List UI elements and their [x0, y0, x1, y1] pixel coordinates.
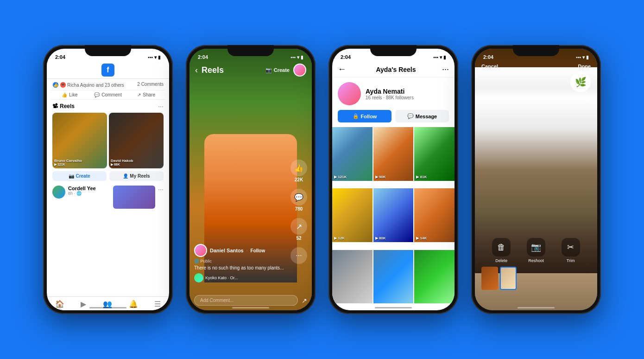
reel-grid-6[interactable]: ▶ 14K — [414, 188, 455, 242]
reel-grid-7[interactable] — [332, 250, 373, 304]
reels-more-button[interactable]: ··· — [158, 103, 164, 110]
nav-notifications[interactable]: 🔔 — [129, 300, 138, 308]
my-reels-button[interactable]: 👤 My Reels — [109, 171, 164, 181]
post-more-button[interactable]: ··· — [158, 186, 164, 193]
more-action[interactable]: ··· — [290, 247, 307, 264]
reel-grid-bg-6 — [414, 188, 455, 242]
reel-grid-4[interactable]: ▶ 12K — [332, 188, 373, 242]
profile-text: Ayda Nemati 16 reels · 88K followers — [366, 88, 414, 100]
profile-reels-screen: 2:04 ▪▪▪ ▾ ▮ ← Ayda's Reels ··· Ayda Nem… — [332, 49, 455, 310]
reel-music-row: Kyoko Kato · Or... — [194, 273, 284, 282]
trim-tool[interactable]: ✂ Trim — [562, 238, 580, 263]
like-icon: 👍 — [62, 92, 67, 97]
notch-4 — [513, 45, 559, 56]
thumbnail-1[interactable] — [481, 267, 498, 290]
nav-video[interactable]: ▶ — [81, 300, 86, 308]
message-label: Message — [416, 114, 437, 119]
time-3: 2:04 — [341, 54, 351, 60]
delete-tool[interactable]: 🗑 Delete — [492, 238, 511, 263]
profile-stats: 16 reels · 88K followers — [366, 95, 414, 100]
post-username: Cordell Yee — [68, 186, 110, 191]
camera-header: Cancel Done — [475, 62, 597, 71]
profile-header: ← Ayda's Reels ··· — [332, 62, 455, 77]
signal-icon-2: ▪▪▪ — [290, 55, 296, 60]
comment-icon: 💬 — [94, 92, 100, 97]
reshoot-label: Reshoot — [528, 258, 544, 263]
music-text: Kyoko Kato · Or... — [205, 276, 238, 280]
nav-menu[interactable]: ☰ — [154, 300, 161, 308]
reel-grid-views-3: ▶ 81K — [416, 175, 427, 179]
back-button-3[interactable]: ← — [338, 64, 346, 74]
my-reels-icon: 👤 — [123, 173, 128, 179]
reel-thumb-1[interactable]: Bruno Carvalho ▶ 121K — [52, 113, 107, 168]
reel-2-info: David Hakob ▶ 88K — [111, 159, 133, 167]
profile-avatar — [338, 82, 361, 105]
more-button-3[interactable]: ··· — [442, 64, 449, 74]
status-icons-1: ▪▪▪ ▾ ▮ — [148, 55, 161, 60]
notch-3 — [370, 45, 417, 56]
reel-grid-8[interactable] — [373, 250, 414, 304]
shares-count: 52 — [296, 236, 301, 241]
post-user-info: Cordell Yee 8h · 🌐 — [68, 186, 110, 196]
chef-logo-overlay: 🌿 — [570, 72, 591, 92]
reels-section: 📽 Reels ··· Bruno Carvalho ▶ 121K — [47, 100, 169, 183]
dot-separator: · — [246, 248, 248, 253]
like-button[interactable]: 👍 Like — [51, 92, 89, 97]
share-action[interactable]: ↗ 52 — [290, 218, 307, 241]
comment-input[interactable] — [194, 295, 298, 306]
like-action[interactable]: 👍 22K — [290, 160, 307, 182]
reel-grid-views-1: ▶ 121K — [334, 175, 347, 179]
create-reel-button[interactable]: 📷 Create — [52, 171, 107, 181]
done-button[interactable]: Done — [578, 64, 591, 69]
create-button-2[interactable]: 📷 Create — [265, 67, 290, 73]
time-2: 2:04 — [198, 54, 208, 60]
reel-grid-3[interactable]: ▶ 81K — [414, 127, 455, 181]
back-button-2[interactable]: ‹ — [195, 65, 198, 75]
tools-row: 🗑 Delete 📷 Reshoot ✂ Trim — [475, 234, 597, 265]
home-indicator-4 — [518, 307, 555, 308]
reels-icon: 📽 — [52, 103, 58, 109]
time-1: 2:04 — [55, 54, 65, 60]
reel-grid-bg-2 — [373, 127, 414, 181]
reel-grid-bg-3 — [414, 127, 455, 181]
phone-4-screen: 2:04 ▪▪▪ ▾ ▮ Cancel Done 🌿 — [475, 49, 597, 310]
comment-label: Comment — [101, 92, 121, 97]
phone-3-screen: 2:04 ▪▪▪ ▾ ▮ ← Ayda's Reels ··· Ayda Nem… — [332, 49, 455, 310]
cancel-button[interactable]: Cancel — [481, 64, 498, 69]
follow-link[interactable]: Follow — [251, 248, 265, 253]
creator-avatar — [293, 64, 306, 77]
post-preview-bg — [113, 186, 155, 209]
profile-name: Ayda Nemati — [366, 88, 414, 95]
reel-grid-2[interactable]: ▶ 90K — [373, 127, 414, 181]
follow-button[interactable]: 🔒 Follow — [338, 110, 391, 122]
message-button[interactable]: 💬 Message — [395, 110, 449, 122]
thumbnails-row — [475, 265, 597, 292]
reel-thumb-2[interactable]: David Hakob ▶ 88K — [109, 113, 164, 168]
reel-info: Daniel Santos · Follow 🌐 Public There is… — [194, 244, 284, 282]
edit-tools: 🗑 Delete 📷 Reshoot ✂ Trim — [475, 234, 597, 292]
post-actions-bar[interactable]: 👍 Like 💬 Comment ↗ Share — [51, 90, 165, 100]
follow-label: Follow — [361, 114, 377, 119]
reshoot-tool[interactable]: 📷 Reshoot — [527, 238, 545, 263]
comment-bar: ↗ — [194, 295, 307, 306]
nav-home[interactable]: 🏠 — [55, 300, 64, 308]
send-icon[interactable]: ↗ — [302, 297, 307, 304]
reels-grid-3col: ▶ 121K ▶ 90K ▶ 81K ▶ 12K — [332, 127, 455, 310]
share-label: Share — [143, 92, 155, 97]
thumbnail-2[interactable] — [500, 267, 517, 290]
music-icon — [194, 273, 203, 282]
creator-avatar-container — [293, 64, 306, 77]
battery-icon-1: ▮ — [158, 55, 161, 60]
reel-grid-1[interactable]: ▶ 121K — [332, 127, 373, 181]
comments-count: 2 Comments — [137, 82, 164, 88]
reel-grid-9[interactable] — [414, 250, 455, 304]
reel-grid-5[interactable]: ▶ 80K — [373, 188, 414, 242]
reel-1-info: Bruno Carvalho ▶ 121K — [54, 159, 82, 167]
reel-user-avatar[interactable] — [194, 244, 207, 257]
comment-button[interactable]: 💬 Comment — [89, 92, 127, 97]
trim-label: Trim — [567, 258, 575, 263]
notch-1 — [85, 45, 131, 56]
share-button[interactable]: ↗ Share — [127, 92, 165, 97]
comments-count-2: 780 — [295, 206, 303, 212]
comment-action[interactable]: 💬 780 — [290, 189, 307, 212]
